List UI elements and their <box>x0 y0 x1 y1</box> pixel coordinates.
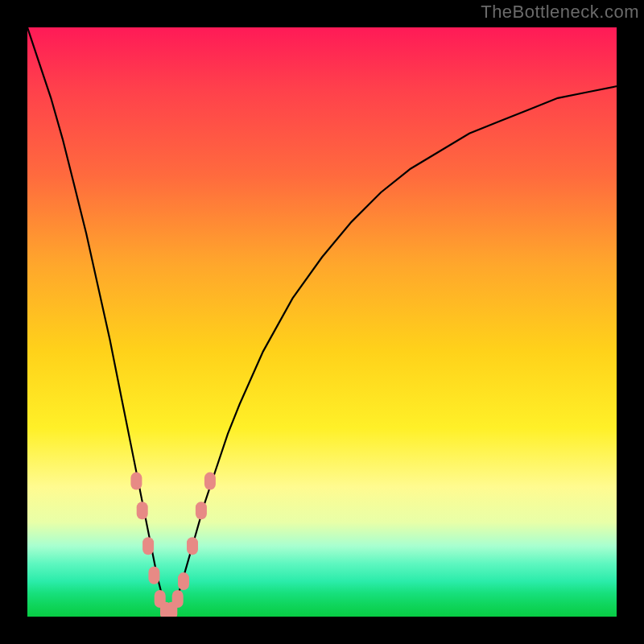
marker-dot <box>142 537 154 555</box>
marker-dot <box>204 473 216 490</box>
marker-dot <box>172 590 184 608</box>
bottleneck-curve <box>27 27 617 617</box>
chart-container: TheBottleneck.com <box>0 0 644 644</box>
marker-dot <box>178 572 189 590</box>
marker-dot <box>196 502 207 519</box>
plot-area <box>27 27 617 617</box>
curve-svg <box>27 27 617 617</box>
marker-dot <box>148 567 159 584</box>
watermark-text: TheBottleneck.com <box>481 2 639 23</box>
marker-dot <box>187 537 198 555</box>
marker-group <box>130 473 216 617</box>
marker-dot <box>137 502 148 519</box>
marker-dot <box>130 473 142 490</box>
